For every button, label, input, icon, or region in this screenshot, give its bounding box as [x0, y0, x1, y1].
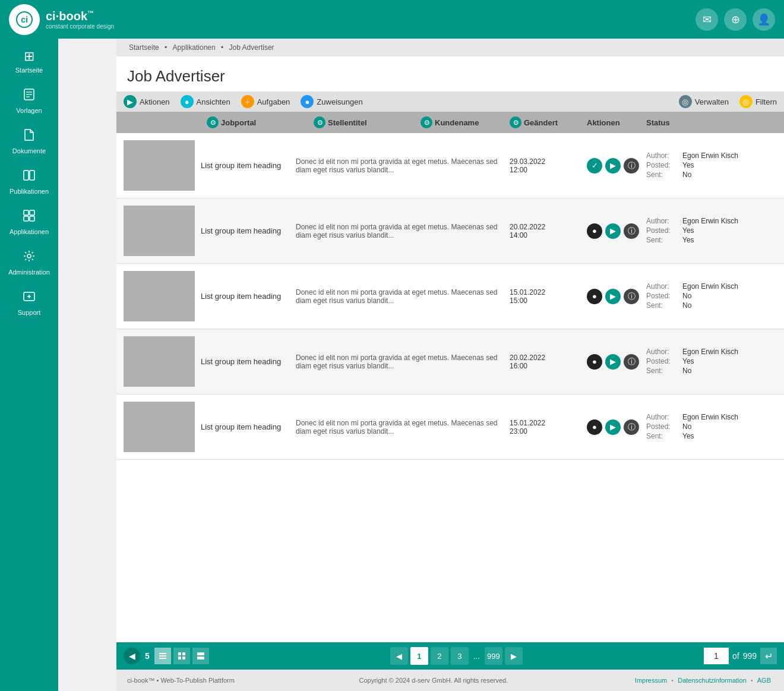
footer-impressum-link[interactable]: Impressum: [635, 677, 667, 684]
toolbar-verwalten[interactable]: ◎ Verwalten: [679, 95, 729, 108]
pagination-next-button[interactable]: ▶: [505, 647, 523, 665]
th-stellentitel[interactable]: ⊙ Stellentitel: [314, 116, 421, 128]
toolbar: ▶ Aktionen ● Ansichten ÷ Aufgaben ● Zuwe…: [116, 91, 784, 112]
page-3-button[interactable]: 3: [451, 647, 469, 665]
pagination-pages: ◀ 1 2 3 ... 999 ▶: [390, 647, 523, 665]
page-999-button[interactable]: 999: [485, 647, 502, 665]
sidebar-label-administration: Administration: [8, 269, 50, 276]
toolbar-aufgaben[interactable]: ÷ Aufgaben: [241, 95, 290, 108]
logo-icon: ci: [9, 4, 40, 35]
action-play-4[interactable]: ▶: [605, 419, 621, 435]
toolbar-ansichten[interactable]: ● Ansichten: [181, 95, 230, 108]
pagination-prev-button[interactable]: ◀: [390, 647, 408, 665]
user-icon-button[interactable]: 👤: [753, 8, 775, 31]
sidebar-item-publikationen[interactable]: Publikationen: [0, 162, 58, 202]
action-info-1[interactable]: ⓘ: [624, 223, 639, 239]
table-header: ⊙ Jobportal ⊙ Stellentitel ⊙ Kundename ⊙…: [116, 112, 784, 133]
sidebar-item-applikationen[interactable]: Applikationen: [0, 202, 58, 242]
view-list-button[interactable]: [154, 648, 171, 664]
page-2-button[interactable]: 2: [431, 647, 448, 665]
th-geaendert[interactable]: ⊙ Geändert: [510, 116, 587, 128]
svg-rect-16: [159, 653, 166, 654]
zuweisungen-icon: ●: [301, 95, 314, 108]
breadcrumb-applikationen: Applikationen: [173, 43, 216, 52]
view-toggle-buttons: [154, 648, 209, 664]
sidebar-item-dokumente[interactable]: Dokumente: [0, 121, 58, 162]
row-title-0: List group item heading: [201, 161, 296, 170]
row-title-1: List group item heading: [201, 226, 296, 235]
compass-icon-button[interactable]: ⊕: [724, 8, 747, 31]
action-info-0[interactable]: ⓘ: [624, 158, 639, 173]
row-date-2: 15.01.202215:00: [510, 288, 587, 305]
table-row: List group item heading Donec id elit no…: [116, 395, 784, 460]
svg-rect-21: [178, 657, 181, 660]
page-number-input[interactable]: [704, 648, 729, 664]
pagination-count: 5: [145, 651, 150, 661]
sidebar-item-administration[interactable]: Administration: [0, 242, 58, 283]
action-info-3[interactable]: ⓘ: [624, 354, 639, 370]
svg-rect-6: [24, 171, 29, 180]
footer-agb-link[interactable]: AGB: [757, 677, 771, 684]
pagination-right: of 999 ↵: [704, 648, 777, 664]
row-title-2: List group item heading: [201, 292, 296, 301]
support-icon: [23, 290, 36, 307]
svg-rect-8: [24, 210, 29, 215]
action-play-0[interactable]: ▶: [605, 158, 621, 173]
aufgaben-icon: ÷: [241, 95, 254, 108]
toolbar-filtern[interactable]: ◎ Filtern: [739, 95, 777, 108]
action-play-2[interactable]: ▶: [605, 289, 621, 304]
th-stellentitel-icon: ⊙: [314, 116, 325, 128]
th-geaendert-icon: ⊙: [510, 116, 521, 128]
pagination-back-button[interactable]: ◀: [124, 648, 140, 664]
row-description-0: Donec id elit non mi porta gravida at eg…: [296, 157, 510, 174]
page-enter-button[interactable]: ↵: [760, 648, 777, 664]
table-row: List group item heading Donec id elit no…: [116, 329, 784, 395]
action-info-2[interactable]: ⓘ: [624, 289, 639, 304]
footer-links: Impressum • Datenschutzinformation • AGB: [633, 677, 773, 684]
action-play-3[interactable]: ▶: [605, 354, 621, 370]
th-kundename[interactable]: ⊙ Kundename: [421, 116, 510, 128]
toolbar-filtern-label: Filtern: [755, 97, 777, 106]
action-dot-3[interactable]: ●: [587, 354, 602, 370]
pagination-left: ◀ 5: [124, 648, 209, 664]
row-thumbnail-0: [124, 140, 195, 191]
action-info-4[interactable]: ⓘ: [624, 419, 639, 435]
row-actions-1: ● ▶ ⓘ: [587, 223, 646, 239]
sidebar-label-dokumente: Dokumente: [12, 147, 46, 154]
sidebar-item-startseite[interactable]: ⊞ Startseite: [0, 42, 58, 81]
action-dot-2[interactable]: ●: [587, 289, 602, 304]
row-actions-3: ● ▶ ⓘ: [587, 354, 646, 370]
main-content: Startseite • Applikationen • Job Adverti…: [116, 39, 784, 691]
breadcrumb: Startseite • Applikationen • Job Adverti…: [116, 39, 784, 56]
row-description-2: Donec id elit non mi porta gravida at eg…: [296, 288, 510, 305]
row-actions-0: ✓ ▶ ⓘ: [587, 158, 646, 173]
row-date-0: 29.03.202212:00: [510, 157, 587, 174]
filtern-icon: ◎: [739, 95, 753, 108]
sidebar-item-vorlagen[interactable]: Vorlagen: [0, 81, 58, 121]
envelope-icon-button[interactable]: ✉: [696, 8, 718, 31]
th-jobportal[interactable]: ⊙ Jobportal: [207, 116, 314, 128]
sidebar-item-support[interactable]: Support: [0, 283, 58, 323]
view-split-button[interactable]: [192, 648, 209, 664]
page-1-button[interactable]: 1: [410, 647, 428, 665]
toolbar-aktionen[interactable]: ▶ Aktionen: [124, 95, 170, 108]
svg-rect-17: [159, 655, 166, 657]
administration-icon: [23, 250, 36, 266]
row-status-3: Author: Egon Erwin Kisch Posted: Yes Sen…: [646, 348, 777, 376]
view-grid-button[interactable]: [173, 648, 190, 664]
table-row: List group item heading Donec id elit no…: [116, 198, 784, 264]
svg-rect-7: [30, 171, 34, 180]
publikationen-icon: [23, 169, 36, 185]
sidebar-label-publikationen: Publikationen: [10, 188, 49, 195]
footer-datenschutz-link[interactable]: Datenschutzinformation: [678, 677, 747, 684]
action-dot-4[interactable]: ●: [587, 419, 602, 435]
svg-text:ci: ci: [21, 15, 28, 24]
row-date-3: 20.02.202216:00: [510, 354, 587, 370]
svg-rect-10: [24, 216, 29, 221]
action-dot-1[interactable]: ●: [587, 223, 602, 239]
toolbar-zuweisungen[interactable]: ● Zuweisungen: [301, 95, 362, 108]
action-play-1[interactable]: ▶: [605, 223, 621, 239]
action-check-0[interactable]: ✓: [587, 158, 602, 173]
toolbar-aufgaben-label: Aufgaben: [257, 97, 290, 106]
vorlagen-icon: [23, 88, 36, 105]
